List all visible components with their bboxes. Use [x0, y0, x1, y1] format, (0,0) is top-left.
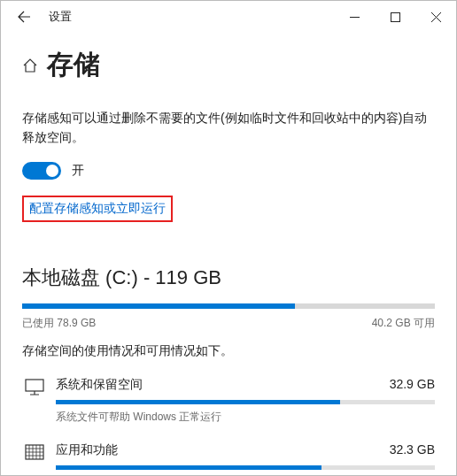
- disk-sub-description: 存储空间的使用情况和可用情况如下。: [22, 343, 435, 359]
- disk-title: 本地磁盘 (C:) - 119 GB: [22, 265, 435, 291]
- disk-free-label: 40.2 GB 可用: [372, 316, 435, 331]
- category-bar-fill: [56, 465, 321, 470]
- monitor-icon: [22, 377, 47, 425]
- home-icon: [22, 58, 38, 73]
- window-controls: [334, 1, 456, 33]
- configure-link-highlight: 配置存储感知或立即运行: [22, 196, 173, 222]
- storage-sense-toggle[interactable]: [22, 162, 61, 180]
- disk-usage-meta: 已使用 78.9 GB 40.2 GB 可用: [22, 316, 435, 331]
- category-header: 应用和功能 32.3 GB: [56, 442, 435, 458]
- category-name: 系统和保留空间: [56, 377, 143, 393]
- category-note: 系统文件可帮助 Windows 正常运行: [56, 410, 435, 425]
- category-system[interactable]: 系统和保留空间 32.9 GB 系统文件可帮助 Windows 正常运行: [22, 377, 435, 425]
- back-button[interactable]: [12, 4, 36, 29]
- category-header: 系统和保留空间 32.9 GB: [56, 377, 435, 393]
- category-apps[interactable]: 应用和功能 32.3 GB 卸载未使用或不想要的应用和功能: [22, 442, 435, 476]
- disk-used-label: 已使用 78.9 GB: [22, 316, 96, 331]
- category-bar: [56, 465, 435, 470]
- page-header: 存储: [22, 47, 435, 83]
- maximize-button[interactable]: [375, 1, 415, 33]
- disk-usage-fill: [22, 303, 295, 309]
- window-title: 设置: [49, 9, 72, 25]
- category-bar-fill: [56, 400, 340, 404]
- disk-usage-bar: [22, 303, 435, 309]
- storage-sense-description: 存储感知可以通过删除不需要的文件(例如临时文件和回收站中的内容)自动释放空间。: [22, 108, 435, 148]
- titlebar: 设置: [1, 1, 456, 33]
- svg-rect-0: [391, 12, 399, 21]
- category-body: 系统和保留空间 32.9 GB 系统文件可帮助 Windows 正常运行: [56, 377, 435, 425]
- category-name: 应用和功能: [56, 442, 118, 458]
- close-button[interactable]: [415, 1, 456, 33]
- maximize-icon: [391, 12, 400, 22]
- svg-rect-1: [26, 380, 43, 391]
- minimize-button[interactable]: [334, 1, 375, 33]
- grid-icon: [22, 442, 47, 476]
- close-icon: [431, 12, 441, 22]
- toggle-knob: [46, 165, 58, 177]
- arrow-left-icon: [17, 10, 31, 24]
- content: 存储 存储感知可以通过删除不需要的文件(例如临时文件和回收站中的内容)自动释放空…: [1, 33, 456, 476]
- configure-storage-sense-link[interactable]: 配置存储感知或立即运行: [29, 201, 166, 215]
- category-size: 32.9 GB: [390, 377, 435, 393]
- page-title: 存储: [47, 47, 100, 83]
- minimize-icon: [350, 12, 360, 22]
- toggle-state-label: 开: [72, 163, 84, 179]
- category-body: 应用和功能 32.3 GB 卸载未使用或不想要的应用和功能: [56, 442, 435, 476]
- storage-sense-toggle-row: 开: [22, 162, 435, 180]
- category-bar: [56, 400, 435, 404]
- category-size: 32.3 GB: [390, 442, 435, 458]
